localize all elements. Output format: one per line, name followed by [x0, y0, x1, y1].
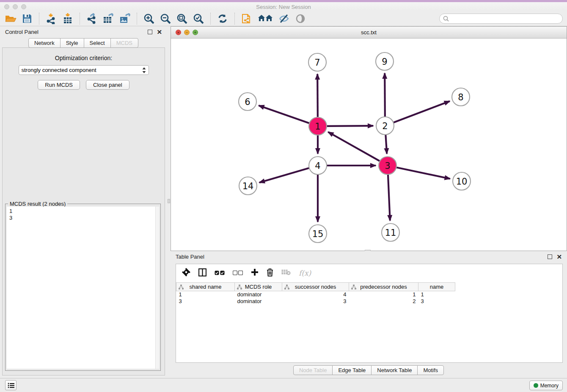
task-history-button[interactable] — [5, 380, 17, 390]
close-panel-button[interactable]: Close panel — [86, 80, 129, 90]
table-cell[interactable]: 1 — [176, 291, 235, 298]
table-row[interactable]: 3dominator323 — [176, 298, 455, 305]
table-cell[interactable]: 1 — [349, 291, 418, 298]
list-icon — [8, 383, 14, 388]
mcds-result-text[interactable]: 1 3 — [7, 207, 159, 369]
edge-1-2[interactable] — [326, 126, 373, 126]
node-table[interactable]: shared nameMCDS rolesuccessor nodesprede… — [176, 282, 455, 305]
export-image-icon[interactable] — [118, 12, 131, 25]
delete-row-icon[interactable] — [267, 268, 273, 278]
close-window-button[interactable] — [4, 4, 9, 9]
search-icon — [443, 16, 449, 22]
column-header-shared-name[interactable]: shared name — [176, 283, 235, 291]
settings-icon[interactable] — [182, 268, 190, 278]
open-session-icon[interactable] — [4, 12, 17, 25]
show-all-icon[interactable] — [294, 12, 307, 25]
table-cell[interactable]: 3 — [176, 298, 235, 305]
tab-node-table[interactable]: Node Table — [293, 365, 333, 375]
column-header-predecessor-nodes[interactable]: predecessor nodes — [349, 283, 418, 291]
deselect-all-icon[interactable] — [233, 269, 243, 277]
optimization-criterion-select[interactable]: strongly connected component — [19, 65, 149, 75]
memory-button[interactable]: Memory — [529, 381, 563, 390]
float-table-panel-icon[interactable] — [548, 254, 552, 259]
zoom-window-button[interactable] — [21, 4, 26, 9]
minimize-window-button[interactable] — [13, 4, 18, 9]
function-builder-icon[interactable]: f(x) — [299, 269, 311, 277]
network-minimize-button[interactable]: − — [184, 30, 190, 35]
table-cell[interactable]: dominator — [235, 291, 282, 298]
edge-2-3[interactable] — [385, 134, 387, 154]
tab-edge-table[interactable]: Edge Table — [332, 365, 372, 375]
refresh-icon[interactable] — [216, 12, 229, 25]
table-row[interactable]: 1dominator411 — [176, 291, 455, 298]
export-network-icon[interactable] — [85, 12, 98, 25]
select-all-icon[interactable] — [215, 269, 225, 277]
graph-node-label-3: 3 — [385, 161, 390, 171]
splitter-handle[interactable] — [168, 199, 170, 203]
table-cell[interactable]: 3 — [282, 298, 349, 305]
edge-1-7[interactable] — [317, 74, 318, 118]
tab-mcds[interactable]: MCDS — [110, 38, 138, 48]
table-cell[interactable]: 4 — [282, 291, 349, 298]
network-view-window: × − + scc.txt 7968124314101511 — [171, 26, 567, 251]
close-table-panel-icon[interactable]: ✕ — [556, 254, 562, 259]
tab-motifs[interactable]: Motifs — [417, 365, 444, 375]
mcds-result-group: MCDS result (2 nodes) 1 3 — [5, 204, 161, 371]
toolbar-separator — [39, 13, 39, 25]
export-table-icon[interactable] — [102, 12, 115, 25]
first-neighbors-icon[interactable] — [257, 12, 274, 25]
tab-network[interactable]: Network — [28, 38, 61, 48]
split-view-icon[interactable] — [198, 268, 206, 278]
zoom-fit-icon[interactable] — [176, 12, 188, 25]
table-panel-title: Table Panel — [176, 254, 204, 260]
zoom-in-icon[interactable] — [143, 12, 155, 25]
toolbar-search[interactable] — [439, 14, 563, 24]
graph-node-label-4: 4 — [315, 161, 320, 171]
graph-node-label-14: 14 — [242, 181, 254, 191]
zoom-selected-icon[interactable] — [192, 12, 205, 25]
float-panel-icon[interactable] — [148, 30, 152, 34]
column-header-name[interactable]: name — [418, 283, 455, 291]
edge-3-10[interactable] — [396, 167, 450, 179]
table-cell[interactable]: dominator — [235, 298, 282, 305]
tab-style[interactable]: Style — [60, 38, 84, 48]
table-cell[interactable]: 3 — [418, 298, 455, 305]
panel-splitter[interactable] — [167, 26, 171, 378]
network-graph[interactable]: 7968124314101511 — [171, 39, 567, 251]
new-network-from-selection-icon[interactable] — [240, 12, 253, 25]
table-cell[interactable]: 2 — [349, 298, 418, 305]
import-table-icon[interactable] — [61, 12, 74, 25]
mcds-result-title: MCDS result (2 nodes) — [8, 201, 67, 207]
column-header-MCDS-role[interactable]: MCDS role — [235, 283, 282, 291]
edge-2-9[interactable] — [385, 73, 385, 118]
import-network-icon[interactable] — [45, 12, 58, 25]
network-canvas[interactable]: 7968124314101511 — [171, 39, 567, 251]
edge-3-11[interactable] — [388, 174, 390, 221]
close-panel-icon[interactable]: ✕ — [157, 30, 162, 34]
network-close-button[interactable]: × — [176, 30, 181, 35]
edge-3-1[interactable] — [328, 132, 380, 162]
window-controls[interactable] — [4, 4, 26, 9]
edge-2-8[interactable] — [393, 101, 450, 123]
search-input[interactable] — [451, 16, 559, 22]
add-row-icon[interactable] — [251, 268, 259, 278]
column-header-successor-nodes[interactable]: successor nodes — [282, 283, 349, 291]
app-window: Session: New Session — [0, 0, 567, 392]
table-cell[interactable]: 1 — [418, 291, 455, 298]
tab-select[interactable]: Select — [84, 38, 111, 48]
edge-4-14[interactable] — [259, 168, 310, 182]
tab-network-table[interactable]: Network Table — [371, 365, 418, 375]
save-session-icon[interactable] — [21, 12, 33, 25]
network-maximize-button[interactable]: + — [193, 30, 198, 35]
toolbar-separator — [234, 13, 235, 25]
hide-selected-icon[interactable] — [278, 12, 290, 25]
edge-1-6[interactable] — [259, 105, 310, 123]
control-panel: Control Panel ✕ Network Style Select MCD… — [0, 26, 167, 378]
delete-table-icon[interactable] — [281, 269, 291, 277]
network-view-titlebar[interactable]: × − + scc.txt — [171, 27, 567, 39]
graph-node-label-10: 10 — [456, 177, 468, 187]
mcds-result-scrollbar[interactable] — [155, 207, 159, 369]
graph-node-label-7: 7 — [314, 58, 320, 68]
zoom-out-icon[interactable] — [159, 12, 172, 25]
run-mcds-button[interactable]: Run MCDS — [38, 80, 80, 90]
